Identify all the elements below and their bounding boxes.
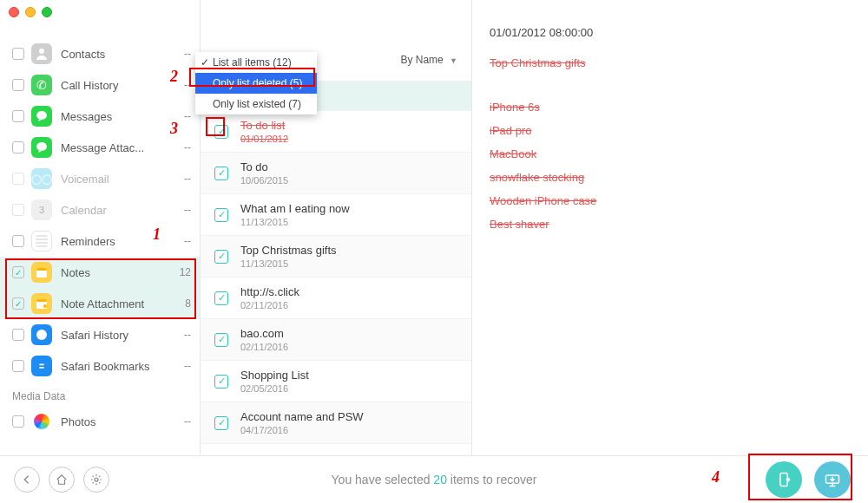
svg-point-2 — [39, 49, 44, 54]
note-title: http://s.click — [240, 285, 299, 298]
detail-line: iPhone 6s — [490, 101, 540, 114]
safari-icon — [31, 324, 52, 345]
message-attach-icon — [31, 137, 52, 158]
checkbox[interactable] — [12, 235, 24, 247]
checkbox[interactable] — [12, 79, 24, 91]
sidebar-item-reminders[interactable]: Reminders -- — [0, 225, 200, 257]
note-date: 11/13/2015 — [240, 217, 350, 227]
sidebar-item-message-attachments[interactable]: Message Attac... -- — [0, 132, 200, 163]
note-detail: 01/01/2012 08:00:00 Top Christmas gifts … — [472, 0, 868, 455]
filter-option-existed[interactable]: Only list existed (7) — [195, 94, 317, 114]
checkbox[interactable] — [12, 329, 24, 341]
sidebar-item-label: Safari Bookmarks — [61, 360, 179, 373]
checkbox[interactable] — [214, 250, 228, 264]
sidebar-item-count: -- — [184, 415, 191, 428]
note-date: 02/05/2016 — [240, 383, 309, 394]
sidebar-item-note-attachment[interactable]: Note Attachment 8 — [0, 288, 200, 319]
note-date: 02/11/2016 — [240, 342, 288, 352]
checkbox[interactable] — [12, 297, 24, 310]
note-row[interactable]: http://s.click 02/11/2016 — [201, 278, 471, 319]
sidebar-item-label: Call History — [61, 79, 179, 92]
sort-dropdown-trigger[interactable]: By Name ▼ — [400, 54, 457, 66]
sidebar-item-photos[interactable]: Photos -- — [0, 406, 200, 437]
sidebar-item-notes[interactable]: Notes 12 — [0, 257, 200, 288]
svg-rect-6 — [36, 268, 47, 271]
reminders-icon — [31, 231, 52, 252]
note-title: Account name and PSW — [240, 410, 364, 423]
svg-point-4 — [36, 142, 47, 151]
note-row[interactable]: To do 10/06/2015 — [201, 153, 471, 194]
sidebar-section-media: Media Data — [0, 382, 200, 406]
sidebar-item-label: Reminders — [61, 235, 179, 248]
checkbox[interactable] — [214, 416, 228, 430]
settings-button[interactable] — [83, 467, 109, 493]
sidebar-item-count: -- — [184, 173, 191, 185]
note-title: Shopping List — [240, 369, 309, 382]
checkbox[interactable] — [214, 375, 228, 389]
sidebar-item-safari-bookmarks[interactable]: Safari Bookmarks -- — [0, 350, 200, 382]
note-row[interactable]: What am I eating now 11/13/2015 — [201, 194, 471, 236]
sidebar-item-count: -- — [184, 235, 191, 247]
sidebar-item-count: 8 — [185, 297, 191, 310]
note-row[interactable]: Shopping List 02/05/2016 — [201, 361, 471, 402]
checkbox[interactable] — [214, 333, 228, 347]
sidebar-item-label: Notes — [61, 266, 174, 279]
sidebar-item-contacts[interactable]: Contacts -- — [0, 38, 200, 69]
note-title: Top Christmas gifts — [240, 244, 337, 257]
sidebar-item-label: Message Attac... — [61, 141, 179, 154]
checkbox[interactable] — [214, 125, 228, 139]
checkbox[interactable] — [12, 360, 24, 372]
chevron-down-icon: ▼ — [450, 56, 457, 65]
window-close-button[interactable] — [9, 7, 19, 17]
checkbox[interactable] — [12, 110, 24, 122]
note-title: To do — [240, 160, 288, 173]
calendar-icon: 3 — [31, 199, 52, 220]
svg-point-12 — [95, 478, 98, 481]
sidebar-item-safari-history[interactable]: Safari History -- — [0, 319, 200, 350]
note-date: 02/11/2016 — [240, 300, 299, 310]
checkbox[interactable] — [214, 167, 228, 180]
window-minimize-button[interactable] — [25, 7, 36, 17]
window-zoom-button[interactable] — [42, 7, 52, 17]
checkbox[interactable] — [12, 141, 24, 154]
back-button[interactable] — [14, 467, 40, 493]
selected-count: 20 — [433, 473, 447, 487]
note-row[interactable]: Account name and PSW 04/17/2016 — [201, 402, 471, 444]
detail-line: Best shaver — [490, 218, 549, 231]
checkbox[interactable] — [12, 48, 24, 60]
note-title: What am I eating now — [240, 202, 350, 215]
messages-icon — [31, 106, 52, 127]
sidebar-item-count: -- — [184, 79, 191, 91]
note-list: To do list 01/01/2012 To do 10/06/2015 W… — [201, 82, 471, 444]
filter-dropdown-menu: List all items (12) Only list deleted (5… — [195, 52, 317, 114]
svg-point-9 — [43, 304, 47, 308]
sidebar-item-call-history[interactable]: ✆ Call History -- — [0, 69, 200, 101]
checkbox — [12, 173, 24, 185]
recover-to-computer-button[interactable] — [814, 461, 851, 498]
svg-rect-8 — [36, 299, 47, 302]
notes-icon — [31, 262, 52, 283]
photos-icon — [31, 411, 52, 432]
filter-option-deleted[interactable]: Only list deleted (5) — [195, 73, 317, 94]
note-row[interactable]: Top Christmas gifts 11/13/2015 — [201, 236, 471, 278]
sidebar-item-label: Safari History — [61, 329, 179, 342]
checkbox[interactable] — [12, 266, 24, 278]
checkbox[interactable] — [12, 415, 24, 428]
sidebar-item-label: Calendar — [61, 204, 179, 217]
sidebar-item-label: Note Attachment — [61, 297, 180, 310]
detail-line: Wooden iPhone case — [490, 194, 596, 207]
home-button[interactable] — [49, 467, 75, 493]
detail-line: MacBook — [490, 147, 536, 160]
recover-to-device-button[interactable] — [766, 461, 802, 498]
phone-icon: ✆ — [31, 75, 52, 95]
sidebar-item-messages[interactable]: Messages -- — [0, 101, 200, 132]
checkbox[interactable] — [214, 208, 228, 222]
status-text: You have selected 20 items to recover — [332, 473, 537, 487]
note-date: 11/13/2015 — [240, 258, 337, 269]
svg-rect-11 — [37, 362, 47, 371]
filter-option-all[interactable]: List all items (12) — [195, 52, 317, 73]
note-row[interactable]: bao.com 02/11/2016 — [201, 319, 471, 361]
note-row[interactable]: To do list 01/01/2012 — [201, 111, 471, 153]
checkbox[interactable] — [214, 291, 228, 305]
sidebar-item-label: Photos — [61, 415, 179, 428]
